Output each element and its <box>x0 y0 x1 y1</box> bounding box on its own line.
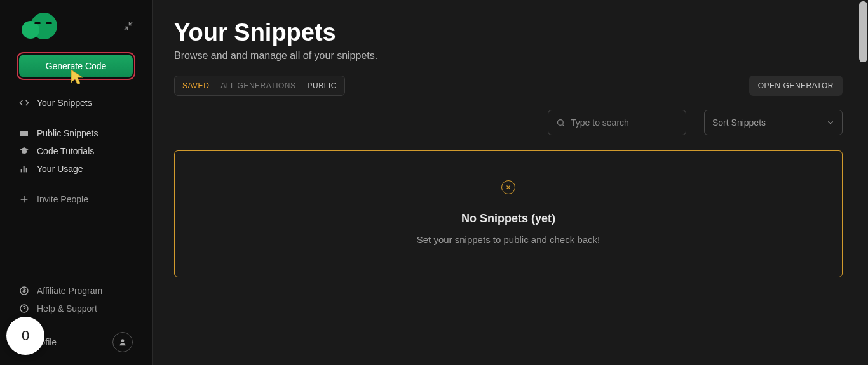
folder-icon <box>19 128 29 138</box>
collapse-sidebar-icon[interactable] <box>123 20 134 32</box>
generate-code-button[interactable]: Generate Code <box>19 55 133 77</box>
dollar-icon <box>19 286 29 296</box>
sidebar-item-label: Your Snippets <box>37 98 92 108</box>
question-icon <box>19 303 29 314</box>
svg-rect-1 <box>21 169 22 172</box>
search-input[interactable] <box>571 117 678 128</box>
sidebar-item-label: Affiliate Program <box>37 286 102 296</box>
user-icon <box>118 338 127 347</box>
controls: Sort Snippets <box>174 110 843 135</box>
close-circle-icon <box>501 180 515 194</box>
sidebar-item-affiliate[interactable]: Affiliate Program <box>19 282 133 300</box>
graduation-cap-icon <box>19 146 29 156</box>
notification-badge[interactable]: 0 <box>6 317 44 355</box>
main-content: Your Snippets Browse and and manage all … <box>153 0 868 365</box>
sidebar-item-label: Code Tutorials <box>37 146 94 156</box>
svg-point-6 <box>121 339 125 342</box>
toolbar: SAVED ALL GENERATIONS PUBLIC OPEN GENERA… <box>174 76 843 96</box>
sort-dropdown[interactable]: Sort Snippets <box>704 110 843 135</box>
sidebar-header <box>0 13 152 52</box>
avatar-button[interactable] <box>112 332 133 352</box>
svg-point-7 <box>558 119 564 125</box>
open-generator-button[interactable]: OPEN GENERATOR <box>749 76 843 96</box>
tab-saved[interactable]: SAVED <box>182 81 209 90</box>
sidebar: Generate Code Your Snippets Public Snipp <box>0 0 153 365</box>
sidebar-item-code-tutorials[interactable]: Code Tutorials <box>19 142 133 160</box>
svg-rect-3 <box>26 168 27 172</box>
tab-all-generations[interactable]: ALL GENERATIONS <box>220 81 295 90</box>
scrollbar[interactable] <box>859 1 867 62</box>
sidebar-item-label: Public Snippets <box>37 128 98 138</box>
empty-state-panel: No Snippets (yet) Set your snippets to p… <box>174 150 843 277</box>
svg-rect-0 <box>20 131 28 136</box>
sidebar-item-public-snippets[interactable]: Public Snippets <box>19 124 133 142</box>
tab-public[interactable]: PUBLIC <box>308 81 337 90</box>
page-title: Your Snippets <box>174 19 843 46</box>
chevron-down-icon[interactable] <box>818 110 842 135</box>
svg-rect-2 <box>24 166 25 172</box>
sidebar-item-label: Help & Support <box>37 303 97 314</box>
sort-label: Sort Snippets <box>705 117 773 128</box>
plus-icon <box>19 194 29 204</box>
search-icon <box>556 118 566 128</box>
empty-title: No Snippets (yet) <box>187 212 829 225</box>
sidebar-item-your-snippets[interactable]: Your Snippets <box>19 94 133 112</box>
sidebar-item-invite-people[interactable]: Invite People <box>19 190 133 208</box>
generate-code-highlight: Generate Code <box>17 52 135 80</box>
chart-bar-icon <box>19 164 29 174</box>
logo <box>18 13 57 39</box>
sidebar-item-your-usage[interactable]: Your Usage <box>19 160 133 178</box>
tabs: SAVED ALL GENERATIONS PUBLIC <box>174 76 345 96</box>
sidebar-item-label: Your Usage <box>37 164 83 174</box>
sidebar-item-label: Invite People <box>37 194 88 204</box>
page-subtitle: Browse and and manage all of your snippe… <box>174 50 843 62</box>
sidebar-item-help[interactable]: Help & Support <box>19 300 133 317</box>
search-box[interactable] <box>548 110 686 135</box>
empty-subtitle: Set your snippets to public and check ba… <box>187 234 829 245</box>
code-icon <box>19 98 29 108</box>
